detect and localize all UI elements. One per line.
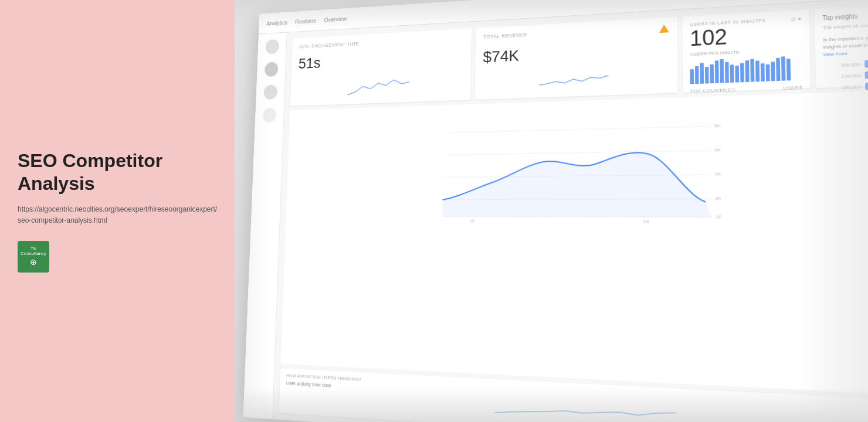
bar-item (755, 60, 760, 81)
engagement-label: Avg. engagement time (299, 35, 464, 49)
countries-header: TOP COUNTRIES USERS (690, 85, 803, 94)
engagement-value: 51s (298, 47, 463, 73)
bar-item (786, 59, 791, 80)
sidebar-icon-2 (264, 62, 278, 77)
sidebar-icon-1 (265, 39, 279, 55)
top-insights-subtitle: The insights all users find useful (823, 19, 868, 30)
svg-text:5K: 5K (714, 123, 721, 129)
sidebar-icon-3 (263, 84, 277, 100)
bar-item (750, 59, 754, 82)
bar-item (730, 64, 734, 83)
topbar-nav: Analytics Realtime Overview (266, 15, 347, 26)
bar-item (695, 66, 699, 84)
top-insights-desc: Is the experience you are shown on bette… (823, 32, 868, 59)
main-chart-card: 5K 4K 3K 2K 1K 25 04 Jun (281, 89, 868, 397)
svg-text:3K: 3K (715, 171, 721, 176)
engagement-metric-card: Avg. engagement time 51s (290, 28, 472, 106)
bar-item (761, 63, 765, 81)
bar-item (766, 64, 770, 81)
dashboard-container: Analytics Realtime Overview Avg. e (243, 0, 868, 422)
insights-bar-track (864, 57, 868, 67)
insights-bar-track (865, 69, 868, 79)
bar-item (776, 58, 780, 81)
insights-bar-fill (864, 58, 868, 68)
bar-item (700, 63, 704, 84)
bar-item (705, 67, 709, 84)
insights-bar-fill (865, 70, 868, 79)
bar-item (735, 66, 739, 83)
dashboard-main: Avg. engagement time 51s Total revenue (273, 0, 868, 422)
revenue-metric-card: Total revenue $74K (474, 17, 677, 100)
revenue-label: Total revenue (483, 32, 528, 39)
dashboard-content: Avg. engagement time 51s Total revenue (243, 0, 868, 422)
svg-text:1K: 1K (716, 214, 722, 219)
warning-icon-container (659, 24, 669, 35)
bar-item (720, 59, 724, 83)
realtime-options[interactable]: ⊙ ▾ (791, 16, 801, 22)
favicon: YE Consultancy ⊕ (18, 241, 49, 273)
left-panel: SEO Competitor Analysis https://algocent… (0, 0, 235, 422)
bar-item (690, 69, 694, 84)
bar-item (740, 63, 744, 82)
insights-bar-track (865, 80, 868, 90)
svg-line-1 (443, 150, 711, 155)
insights-bar-label: 150,000 (823, 73, 860, 80)
revenue-sparkline (483, 63, 670, 93)
insights-bar-row: 100,000 (824, 80, 868, 91)
sidebar-icon-4 (262, 107, 276, 122)
warning-triangle-icon (659, 24, 669, 33)
insights-bar-row: 350,000 (823, 57, 868, 69)
main-line-chart: 5K 4K 3K 2K 1K 25 04 Jun (293, 96, 868, 224)
dashboard-screenshot: Analytics Realtime Overview Avg. e (235, 0, 868, 422)
engagement-sparkline (297, 72, 463, 100)
insights-bar-label: 350,000 (823, 62, 860, 69)
page-title: SEO Competitor Analysis (18, 149, 217, 195)
bar-item (781, 56, 785, 81)
revenue-value: $74K (483, 39, 669, 66)
bar-item (725, 62, 729, 83)
bar-item (715, 60, 719, 83)
svg-text:4K: 4K (714, 147, 721, 153)
chart-section: 5K 4K 3K 2K 1K 25 04 Jun (281, 89, 868, 397)
svg-line-0 (444, 126, 711, 132)
users-realtime-card: USERS IN LAST 30 MINUTES ⊙ ▾ 102 USERS P… (682, 9, 811, 93)
svg-text:04: 04 (643, 219, 649, 224)
insights-bar-row: 150,000 (823, 69, 868, 81)
svg-text:25: 25 (469, 219, 474, 224)
svg-text:2K: 2K (715, 196, 721, 201)
bar-item (771, 62, 775, 81)
insights-bar-label: 100,000 (824, 84, 862, 91)
site-url: https://algocentric.neocities.org/seoexp… (18, 204, 217, 226)
top-insights-card: Top insights The insights all users find… (814, 2, 868, 88)
users-per-min-chart (690, 56, 802, 84)
bar-item (745, 60, 750, 82)
insights-bar-fill (865, 81, 868, 90)
users-count: 102 (690, 22, 802, 49)
bar-item (710, 64, 714, 84)
top-insights-title: Top insights (822, 9, 868, 21)
